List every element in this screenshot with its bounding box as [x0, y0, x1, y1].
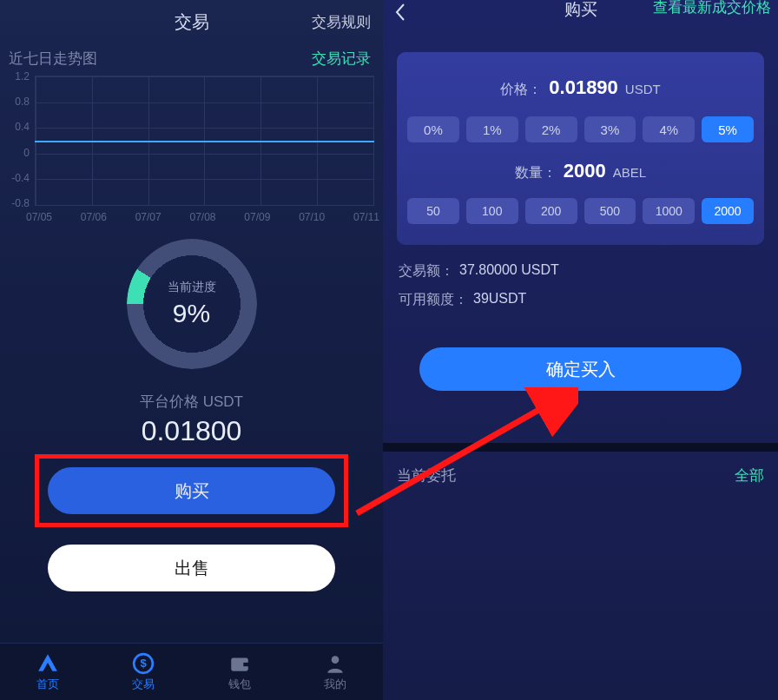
confirm-buy-button[interactable]: 确定买入: [419, 347, 742, 391]
chart-title: 近七日走势图: [9, 49, 97, 69]
buy-button[interactable]: 购买: [48, 467, 335, 514]
ring-center: 当前进度 9%: [127, 239, 257, 369]
x-tick: 07/09: [244, 211, 270, 223]
pct-chip-4[interactable]: 4%: [643, 116, 695, 142]
sell-button[interactable]: 出售: [48, 545, 335, 591]
amount-value: 37.80000 USDT: [459, 262, 559, 281]
progress-label: 当前进度: [168, 280, 216, 295]
buy-form-card: 价格： 0.01890 USDT 0% 1% 2% 3% 4% 5% 数量： 2…: [397, 52, 764, 245]
y-tick: 0.8: [5, 96, 30, 108]
trade-records-link[interactable]: 交易记录: [312, 49, 371, 69]
qty-chip-100[interactable]: 100: [466, 198, 518, 224]
quantity-row: 数量： 2000 ABEL: [407, 160, 754, 182]
nav-label: 我的: [324, 677, 346, 692]
nav-mine[interactable]: 我的: [287, 644, 383, 700]
pct-chip-3[interactable]: 3%: [584, 116, 636, 142]
home-icon: [36, 652, 59, 675]
buy-screen: 购买 查看最新成交价格 价格： 0.01890 USDT 0% 1% 2% 3%…: [383, 0, 778, 700]
nav-label: 交易: [132, 677, 155, 692]
nav-label: 钱包: [228, 677, 251, 692]
svg-rect-3: [243, 662, 249, 665]
buy-highlight-box: 购买: [35, 454, 348, 527]
trade-icon: $: [132, 652, 155, 675]
progress-value: 9%: [173, 299, 210, 328]
chart-series-line: [35, 141, 374, 142]
y-tick: 0: [5, 147, 30, 159]
right-header: 购买 查看最新成交价格: [383, 0, 778, 30]
svg-text:$: $: [141, 657, 148, 670]
pct-chip-1[interactable]: 1%: [466, 116, 518, 142]
person-icon: [324, 652, 346, 675]
qty-chip-200[interactable]: 200: [525, 198, 577, 224]
trade-screen: 交易 交易规则 近七日走势图 交易记录 1.2 0.8 0.4 0 -0.4 -…: [0, 0, 383, 700]
orders-header: 当前委托 全部: [383, 452, 778, 485]
avail-label: 可用额度：: [399, 291, 468, 309]
bottom-nav: 首页 $ 交易 钱包 我的: [0, 643, 383, 700]
qty-unit: ABEL: [613, 165, 646, 180]
price-row: 价格： 0.01890 USDT: [407, 76, 754, 99]
amount-label: 交易额：: [399, 262, 454, 281]
percent-chips: 0% 1% 2% 3% 4% 5%: [407, 116, 754, 142]
page-title: 购买: [564, 0, 597, 21]
orders-all-link[interactable]: 全部: [735, 466, 764, 485]
price-value: 0.01890: [549, 76, 618, 99]
avail-value: 39USDT: [473, 291, 526, 309]
x-tick: 07/10: [299, 211, 325, 223]
trade-rules-link[interactable]: 交易规则: [312, 12, 371, 32]
trend-chart: 1.2 0.8 0.4 0 -0.4 -0.8 07/05 07/06 07/0…: [0, 70, 383, 227]
back-icon[interactable]: [393, 3, 407, 27]
price-label: 平台价格 USDT: [0, 392, 383, 412]
x-tick: 07/11: [353, 211, 379, 223]
x-tick: 07/08: [189, 211, 215, 223]
wallet-icon: [228, 652, 251, 675]
section-divider: [383, 443, 778, 452]
nav-label: 首页: [36, 677, 59, 692]
nav-home[interactable]: 首页: [0, 644, 96, 700]
platform-price: 平台价格 USDT 0.01800: [0, 392, 383, 447]
svg-point-4: [332, 656, 340, 664]
pct-chip-2[interactable]: 2%: [525, 116, 577, 142]
y-tick: 1.2: [5, 70, 30, 83]
y-tick: -0.4: [5, 172, 30, 184]
qty-chip-500[interactable]: 500: [584, 198, 636, 224]
x-tick: 07/07: [135, 211, 162, 223]
progress-ring: 当前进度 9%: [127, 239, 257, 369]
price-unit: USDT: [625, 82, 661, 96]
qty-chip-50[interactable]: 50: [407, 198, 459, 224]
y-tick: -0.8: [5, 197, 30, 209]
qty-chip-2000[interactable]: 2000: [702, 198, 754, 224]
x-axis-labels: 07/05 07/06 07/07 07/08 07/09 07/10 07/1…: [26, 211, 379, 223]
price-label: 价格：: [500, 81, 542, 99]
trade-amount-row: 交易额： 37.80000 USDT: [399, 262, 762, 281]
x-tick: 07/06: [81, 211, 107, 223]
y-axis-labels: 1.2 0.8 0.4 0 -0.4 -0.8: [5, 70, 30, 209]
x-tick: 07/05: [26, 211, 52, 223]
nav-trade[interactable]: $ 交易: [96, 644, 191, 700]
qty-label: 数量：: [515, 164, 557, 182]
price-value: 0.01800: [0, 415, 383, 447]
quantity-chips: 50 100 200 500 1000 2000: [407, 198, 754, 224]
pct-chip-0[interactable]: 0%: [407, 116, 459, 142]
progress-ring-wrap: 当前进度 9%: [0, 239, 383, 369]
page-title: 交易: [175, 10, 209, 34]
latest-price-link[interactable]: 查看最新成交价格: [653, 0, 771, 17]
orders-label: 当前委托: [397, 466, 456, 485]
left-header: 交易 交易规则: [0, 0, 383, 43]
available-row: 可用额度： 39USDT: [399, 291, 762, 309]
qty-value: 2000: [564, 160, 606, 182]
y-tick: 0.4: [5, 121, 30, 133]
nav-wallet[interactable]: 钱包: [192, 644, 287, 700]
qty-chip-1000[interactable]: 1000: [643, 198, 695, 224]
pct-chip-5[interactable]: 5%: [702, 116, 754, 142]
chart-header-row: 近七日走势图 交易记录: [0, 43, 383, 70]
